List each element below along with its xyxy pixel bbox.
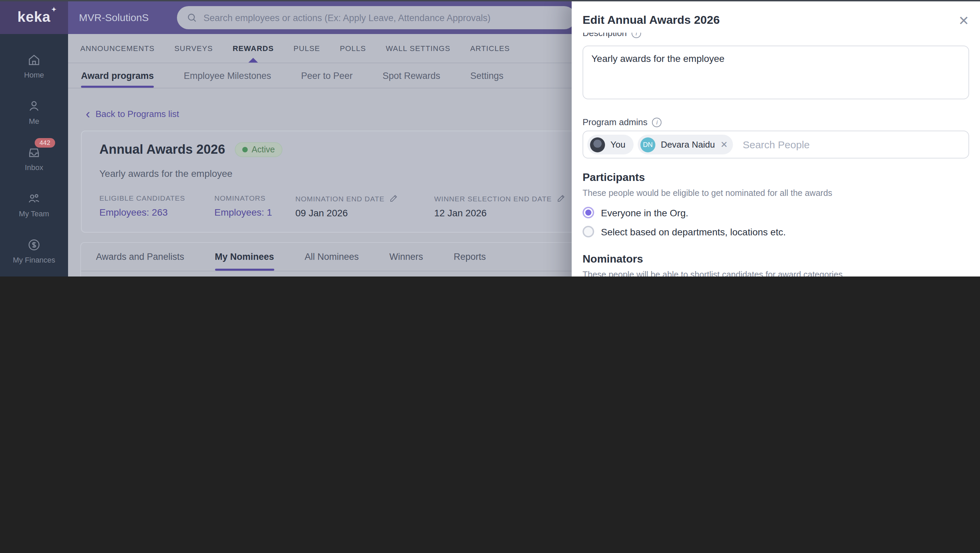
my-finances-icon xyxy=(27,237,41,253)
tab-surveys[interactable]: SURVEYS xyxy=(175,34,213,63)
search-people-placeholder: Search People xyxy=(743,139,810,150)
program-admins-label: Program admins i xyxy=(582,117,662,127)
sidebar-item-label: Inbox xyxy=(25,163,43,172)
search-placeholder: Search employees or actions (Ex: Apply L… xyxy=(204,13,491,23)
nominators-subtext: These people will be able to shortlist c… xyxy=(582,270,843,276)
search-icon xyxy=(186,12,197,23)
admin-chip-you: You xyxy=(587,135,633,154)
tab-announcements[interactable]: ANNOUNCEMENTS xyxy=(80,34,155,63)
radio-select-by-departments[interactable]: Select based on departments, locations e… xyxy=(582,226,786,237)
program-title: Annual Awards 2026 xyxy=(99,142,225,157)
radio-selected-icon xyxy=(582,207,594,218)
tab-rewards[interactable]: REWARDS xyxy=(233,34,274,63)
stat-label: ELIGIBLE CANDIDATES xyxy=(99,194,215,202)
stat-label: WINNER SELECTION END DATE xyxy=(434,194,552,202)
sidebar-item-me[interactable]: Me xyxy=(0,88,68,135)
sidebar-item-label: My Finances xyxy=(13,256,56,264)
chevron-left-icon: ‹ xyxy=(86,109,90,119)
edit-pencil-icon[interactable] xyxy=(557,194,566,203)
info-icon: i xyxy=(652,118,662,127)
status-dot-icon xyxy=(242,147,248,153)
drawer-header: Edit Annual Awards 2026 ✕ xyxy=(572,0,980,33)
sidebar-item-my-finances[interactable]: My Finances xyxy=(0,227,68,273)
stat-label: NOMINATION END DATE xyxy=(295,194,385,202)
participants-heading: Participants xyxy=(582,172,645,184)
me-icon xyxy=(27,98,41,114)
remove-chip-icon[interactable]: ✕ xyxy=(721,140,728,149)
app-root: keka✦ MVR-SolutionS Search employees or … xyxy=(0,0,980,276)
my-team-icon xyxy=(27,191,41,207)
close-icon[interactable]: ✕ xyxy=(958,14,969,27)
global-search-input[interactable]: Search employees or actions (Ex: Apply L… xyxy=(177,6,576,29)
stat-value: 09 Jan 2026 xyxy=(295,207,434,218)
edit-award-drawer: Edit Annual Awards 2026 ✕ Description i … xyxy=(572,0,980,276)
subtab-settings[interactable]: Settings xyxy=(470,63,504,88)
admin-chip-label: Devara Naidu xyxy=(661,140,715,149)
inbox-badge: 442 xyxy=(35,138,55,147)
description-field[interactable]: Yearly awards for the employee xyxy=(582,46,969,99)
radio-label: Everyone in the Org. xyxy=(601,207,688,218)
tab-polls[interactable]: POLLS xyxy=(340,34,366,63)
radio-everyone-in-org[interactable]: Everyone in the Org. xyxy=(582,207,688,218)
tab-all-nominees[interactable]: All Nominees xyxy=(305,243,359,271)
stat-value-link[interactable]: Employees: 1 xyxy=(215,207,295,218)
subtab-employee-milestones[interactable]: Employee Milestones xyxy=(184,63,271,88)
admin-chip-label: You xyxy=(611,140,625,149)
tab-my-nominees[interactable]: My Nominees xyxy=(215,243,274,271)
sidebar-item-home[interactable]: Home xyxy=(0,42,68,88)
sidebar-item-inbox[interactable]: 442 Inbox xyxy=(0,135,68,181)
subtab-spot-rewards[interactable]: Spot Rewards xyxy=(382,63,440,88)
tab-wall-settings[interactable]: WALL SETTINGS xyxy=(386,34,450,63)
drawer-title: Edit Annual Awards 2026 xyxy=(582,14,958,27)
home-icon xyxy=(27,52,41,68)
program-admins-input[interactable]: You DN Devara Naidu ✕ Search People xyxy=(582,130,969,159)
logo-text: keka xyxy=(18,9,50,24)
sidebar-item-label: Me xyxy=(29,117,40,125)
radio-unselected-icon xyxy=(582,226,594,237)
subtab-award-programs[interactable]: Award programs xyxy=(81,63,154,88)
admin-chip-devara-naidu: DN Devara Naidu ✕ xyxy=(638,135,733,154)
radio-label: Select based on departments, locations e… xyxy=(601,226,786,237)
participants-subtext: These people would be eligible to get no… xyxy=(582,188,832,198)
tab-pulse[interactable]: PULSE xyxy=(294,34,320,63)
stat-eligible-candidates: ELIGIBLE CANDIDATES Employees: 263 xyxy=(99,194,215,218)
sidebar-item-label: Home xyxy=(24,71,44,79)
nominators-heading: Nominators xyxy=(582,253,643,265)
you-avatar xyxy=(590,137,605,152)
tab-reports[interactable]: Reports xyxy=(453,243,486,271)
sidebar-item-my-team[interactable]: My Team xyxy=(0,181,68,227)
sidebar-nav: Home Me 442 Inbox My Team My Finances Or… xyxy=(0,34,68,276)
tab-winners[interactable]: Winners xyxy=(389,243,423,271)
keka-logo[interactable]: keka✦ xyxy=(0,0,68,34)
tab-articles[interactable]: ARTICLES xyxy=(470,34,510,63)
stat-nominators: NOMINATORS Employees: 1 xyxy=(215,194,295,218)
edit-pencil-icon[interactable] xyxy=(389,194,398,203)
status-badge: Active xyxy=(235,142,282,157)
avatar: DN xyxy=(640,137,655,152)
stat-label: NOMINATORS xyxy=(215,194,295,202)
status-label: Active xyxy=(252,145,275,154)
back-link-label: Back to Programs list xyxy=(95,109,179,119)
tab-awards-and-panelists[interactable]: Awards and Panelists xyxy=(96,243,184,271)
subtab-peer-to-peer[interactable]: Peer to Peer xyxy=(301,63,353,88)
stat-nomination-end-date: NOMINATION END DATE 09 Jan 2026 xyxy=(295,194,434,218)
stat-value-link[interactable]: Employees: 263 xyxy=(99,207,215,218)
sidebar-item-label: My Team xyxy=(19,210,49,218)
sidebar-item-org[interactable]: Org xyxy=(0,273,68,276)
back-to-programs-link[interactable]: ‹ Back to Programs list xyxy=(86,109,179,119)
org-name: MVR-SolutionS xyxy=(79,11,149,23)
window-top-edge xyxy=(0,0,980,2)
inbox-icon: 442 xyxy=(27,144,41,160)
logo-sparkle-icon: ✦ xyxy=(51,6,57,13)
